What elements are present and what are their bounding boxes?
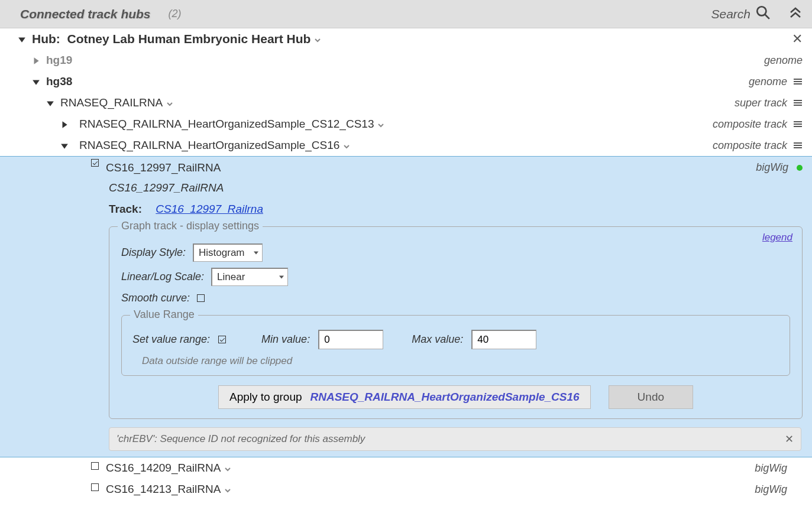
warning-message: 'chrEBV': Sequence ID not recognized for…: [109, 427, 801, 451]
range-hint: Data outside range will be clipped: [132, 355, 779, 367]
undo-button[interactable]: Undo: [609, 385, 693, 409]
track-checkbox[interactable]: [91, 159, 99, 167]
track-detail-link[interactable]: CS16_12997_Railrna: [156, 203, 263, 215]
sibling-2-type: bigWig: [755, 483, 787, 496]
close-hub-icon[interactable]: ✕: [792, 31, 803, 47]
triangle-right-icon[interactable]: [32, 56, 40, 64]
composite-1-type: composite track: [713, 118, 787, 131]
chevron-down-icon[interactable]: [314, 35, 322, 43]
genome-hg38-type: genome: [749, 76, 787, 88]
menu-icon[interactable]: [793, 142, 803, 148]
triangle-down-icon[interactable]: [18, 35, 26, 43]
composite-2-label: RNASEQ_RAILRNA_HeartOrganizedSample_CS16: [79, 139, 339, 152]
composite-2-type: composite track: [713, 139, 787, 152]
menu-icon[interactable]: [793, 79, 803, 85]
genome-hg19-type: genome: [764, 54, 803, 67]
super-track-label: RNASEQ_RAILRNA: [60, 96, 163, 109]
svg-marker-7: [61, 144, 68, 149]
track-description: CS16_12997_RailRNA: [0, 174, 812, 197]
fieldset-title: Graph track - display settings: [118, 220, 263, 232]
tree-scroll-area[interactable]: Hub: Cotney Lab Human Embryonic Heart Hu…: [0, 28, 812, 510]
hub-row[interactable]: Hub: Cotney Lab Human Embryonic Heart Hu…: [0, 28, 812, 50]
svg-point-0: [757, 7, 766, 15]
triangle-down-icon[interactable]: [46, 99, 54, 107]
sibling-track-2-row[interactable]: CS16_14213_RailRNA bigWig: [0, 479, 812, 500]
display-style-select[interactable]: Histogram: [193, 243, 263, 262]
display-settings-fieldset: Graph track - display settings legend Di…: [109, 226, 803, 419]
value-range-fieldset: Value Range Set value range: Min value: …: [121, 315, 790, 376]
panel-header: Connected track hubs (2) Search: [0, 0, 812, 28]
selected-track-block: CS16_12997_RailRNA bigWig CS16_12997_Rai…: [0, 156, 812, 457]
svg-marker-4: [33, 80, 40, 85]
svg-marker-3: [34, 57, 39, 64]
min-value-label: Min value:: [261, 333, 310, 346]
close-warning-icon[interactable]: ✕: [785, 433, 794, 446]
chevron-down-icon[interactable]: [166, 99, 174, 107]
sibling-1-label: CS16_14209_RailRNA: [106, 462, 221, 475]
sibling-1-type: bigWig: [755, 462, 787, 475]
svg-marker-6: [63, 121, 67, 128]
genome-hg38-row[interactable]: hg38 genome: [0, 71, 812, 92]
max-value-label: Max value:: [412, 333, 463, 346]
triangle-right-icon[interactable]: [60, 120, 69, 128]
collapse-panel-icon[interactable]: [788, 5, 803, 22]
set-range-label: Set value range:: [132, 333, 210, 346]
svg-line-1: [765, 14, 769, 19]
panel-title: Connected track hubs: [20, 7, 151, 21]
search-label: Search: [711, 7, 750, 21]
sibling-2-label: CS16_14213_RailRNA: [106, 483, 221, 496]
legend-link[interactable]: legend: [762, 232, 792, 243]
composite-track-2-row[interactable]: RNASEQ_RAILRNA_HeartOrganizedSample_CS16…: [0, 135, 812, 156]
genome-hg19-row[interactable]: hg19 genome: [0, 50, 812, 71]
selected-track-type: bigWig: [756, 161, 788, 174]
smooth-curve-label: Smooth curve:: [121, 292, 190, 304]
triangle-down-icon[interactable]: [60, 141, 69, 150]
display-style-label: Display Style:: [121, 246, 186, 259]
track-checkbox[interactable]: [91, 462, 99, 470]
smooth-curve-checkbox[interactable]: [197, 294, 205, 302]
track-link-row: Track: CS16_12997_Railrna: [0, 197, 812, 222]
sibling-track-1-row[interactable]: CS16_14209_RailRNA bigWig: [0, 457, 812, 479]
hub-count: (2): [169, 8, 182, 20]
search-icon[interactable]: [755, 5, 771, 23]
min-value-input[interactable]: [318, 330, 383, 349]
set-range-checkbox[interactable]: [218, 336, 226, 343]
scale-select[interactable]: Linear: [211, 268, 288, 286]
chevron-down-icon[interactable]: [377, 120, 386, 128]
track-checkbox[interactable]: [91, 483, 99, 491]
genome-hg38-label: hg38: [46, 75, 72, 88]
composite-track-1-row[interactable]: RNASEQ_RAILRNA_HeartOrganizedSample_CS12…: [0, 113, 812, 135]
status-dot-icon: [797, 165, 803, 171]
svg-marker-5: [47, 102, 54, 106]
super-track-row[interactable]: RNASEQ_RAILRNA super track: [0, 92, 812, 113]
triangle-down-icon[interactable]: [32, 77, 40, 86]
chevron-down-icon[interactable]: [224, 485, 232, 493]
scale-label: Linear/Log Scale:: [121, 271, 204, 283]
svg-marker-2: [18, 38, 25, 43]
selected-track-title: CS16_12997_RailRNA: [106, 161, 221, 174]
hub-name: Cotney Lab Human Embryonic Heart Hub: [67, 32, 311, 46]
composite-1-label: RNASEQ_RAILRNA_HeartOrganizedSample_CS12…: [79, 118, 374, 131]
max-value-input[interactable]: [471, 330, 536, 349]
chevron-down-icon[interactable]: [224, 464, 232, 472]
hub-prefix: Hub:: [32, 32, 60, 46]
apply-to-group-button[interactable]: Apply to group RNASEQ_RAILRNA_HeartOrgan…: [218, 385, 591, 409]
super-track-type: super track: [735, 97, 787, 109]
menu-icon[interactable]: [793, 100, 803, 106]
track-label: Track:: [109, 203, 142, 215]
value-range-title: Value Range: [130, 308, 198, 321]
genome-hg19-label: hg19: [46, 54, 72, 67]
chevron-down-icon[interactable]: [343, 141, 351, 150]
menu-icon[interactable]: [793, 121, 803, 127]
